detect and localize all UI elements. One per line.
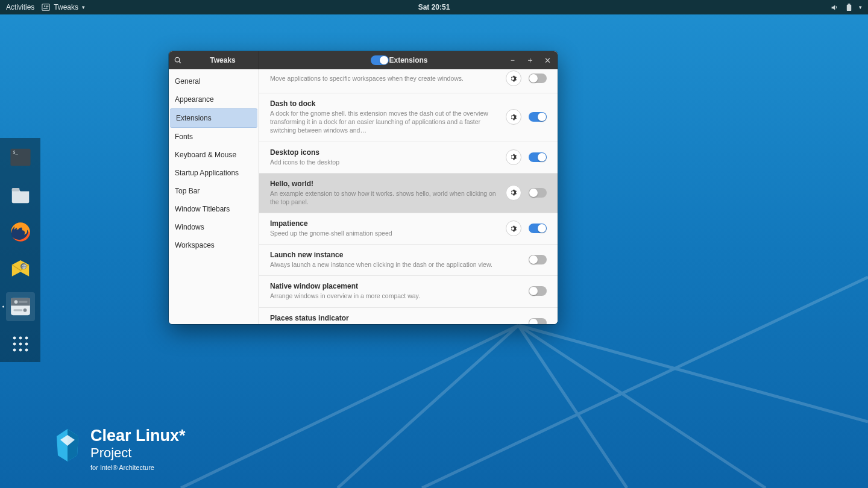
sidebar-item-appearance[interactable]: Appearance [169,90,259,108]
extension-toggle[interactable] [529,74,547,83]
sidebar-item-top-bar[interactable]: Top Bar [169,182,259,200]
logo-line1: Clear Linux* [90,428,186,444]
extension-description: A dock for the gnome shell. this extensi… [270,109,498,135]
logo-line3: for Intel® Architecture [90,464,186,471]
extension-name: Native window placement [270,282,521,290]
extension-row[interactable]: Hello, world!An example extension to sho… [259,174,558,213]
svg-rect-9 [11,188,19,192]
extension-toggle[interactable] [529,224,547,233]
tweaks-window: Tweaks Extensions － ＋ ✕ GeneralAppearanc… [169,51,558,324]
extension-name: Hello, world! [270,180,498,188]
dash-to-dock: $_@ [0,138,40,362]
close-button[interactable]: ✕ [539,54,555,67]
extension-row[interactable]: Move applications to specific workspaces… [259,69,558,93]
search-button[interactable] [169,56,187,64]
extension-row[interactable]: Native window placementArrange windows i… [259,276,558,307]
dock-files[interactable] [6,180,35,209]
logo-icon [54,428,81,463]
dock-show-apps[interactable] [6,330,35,358]
svg-rect-4 [43,8,46,8]
svg-rect-16 [18,301,27,302]
extension-settings-button[interactable] [506,109,521,125]
chevron-down-icon: ▾ [859,4,862,10]
svg-rect-0 [42,4,49,11]
svg-point-24 [25,343,28,346]
extension-description: Always launch a new instance when clicki… [270,260,521,269]
category-sidebar: GeneralAppearanceExtensionsFontsKeyboard… [169,69,259,324]
extension-description: Add a menu for quickly navigating places… [270,324,521,324]
maximize-button[interactable]: ＋ [522,54,538,67]
extension-name: Dash to dock [270,99,498,108]
dock-terminal[interactable]: $_ [6,143,35,172]
extension-name: Impatience [270,219,498,228]
clear-linux-logo: Clear Linux* Project for Intel® Architec… [54,428,186,471]
extension-toggle[interactable] [529,286,547,296]
extension-toggle[interactable] [529,188,547,198]
app-menu[interactable]: Tweaks ▾ [42,3,85,11]
extension-name: Launch new instance [270,251,521,259]
sidebar-item-startup-applications[interactable]: Startup Applications [169,164,259,182]
extension-settings-button[interactable] [506,149,521,165]
logo-line2: Project [90,445,186,460]
svg-rect-5 [846,4,851,10]
extension-description: Move applications to specific workspaces… [270,74,498,83]
activities-button[interactable]: Activities [6,3,34,11]
sidebar-item-fonts[interactable]: Fonts [169,128,259,146]
svg-point-27 [25,349,28,352]
svg-point-28 [175,57,180,62]
svg-point-1 [44,5,45,7]
extension-name: Desktop icons [270,148,498,157]
extension-settings-button[interactable] [506,185,521,201]
svg-point-15 [14,300,17,304]
window-titlebar: Tweaks Extensions － ＋ ✕ [169,51,558,69]
dock-geary[interactable]: @ [6,255,35,284]
minimize-button[interactable]: － [505,54,520,67]
sidebar-item-extensions[interactable]: Extensions [170,108,257,128]
extension-row[interactable]: Desktop iconsAdd icons to the desktop [259,142,558,174]
extensions-master-toggle[interactable] [371,55,389,65]
sidebar-item-window-titlebars[interactable]: Window Titlebars [169,200,259,218]
extension-description: Add icons to the desktop [270,158,498,166]
svg-rect-2 [46,6,48,7]
extension-description: Arrange windows in overview in a more co… [270,292,521,300]
svg-marker-30 [68,429,78,461]
svg-text:@: @ [21,263,26,269]
extension-toggle[interactable] [529,152,547,162]
extension-name: Places status indicator [270,314,521,322]
svg-point-20 [19,337,22,340]
sidebar-item-general[interactable]: General [169,72,259,90]
svg-point-23 [19,343,22,346]
chevron-down-icon: ▾ [82,4,85,10]
extension-row[interactable]: Launch new instanceAlways launch a new i… [259,245,558,276]
tweaks-icon [42,3,50,11]
svg-rect-6 [848,4,850,5]
extension-toggle[interactable] [529,318,547,324]
clock[interactable]: Sat 20:51 [418,3,450,11]
svg-point-17 [23,308,27,312]
volume-icon [830,3,838,11]
sidebar-title: Tweaks [187,56,259,64]
sidebar-item-workspaces[interactable]: Workspaces [169,236,259,254]
app-menu-label: Tweaks [54,3,78,11]
svg-point-26 [19,349,22,352]
page-title: Extensions [389,56,427,64]
extension-toggle[interactable] [529,255,547,264]
dock-tweaks[interactable] [6,292,35,321]
svg-point-25 [13,349,16,352]
svg-rect-18 [13,309,22,311]
svg-point-3 [46,8,48,9]
svg-point-22 [13,343,16,346]
extension-row[interactable]: Dash to dockA dock for the gnome shell. … [259,93,558,142]
dock-firefox[interactable] [6,217,35,246]
extension-description: Speed up the gnome-shell animation speed [270,229,498,237]
extension-settings-button[interactable] [506,221,521,236]
sidebar-item-keyboard-mouse[interactable]: Keyboard & Mouse [169,146,259,164]
extension-row[interactable]: ImpatienceSpeed up the gnome-shell anima… [259,213,558,245]
status-area[interactable]: ▾ [830,3,862,11]
extension-row[interactable]: Places status indicatorAdd a menu for qu… [259,308,558,324]
extensions-list: Move applications to specific workspaces… [259,69,558,324]
sidebar-item-windows[interactable]: Windows [169,218,259,236]
extension-settings-button[interactable] [506,70,521,86]
extension-toggle[interactable] [529,112,547,122]
svg-point-21 [25,337,28,340]
